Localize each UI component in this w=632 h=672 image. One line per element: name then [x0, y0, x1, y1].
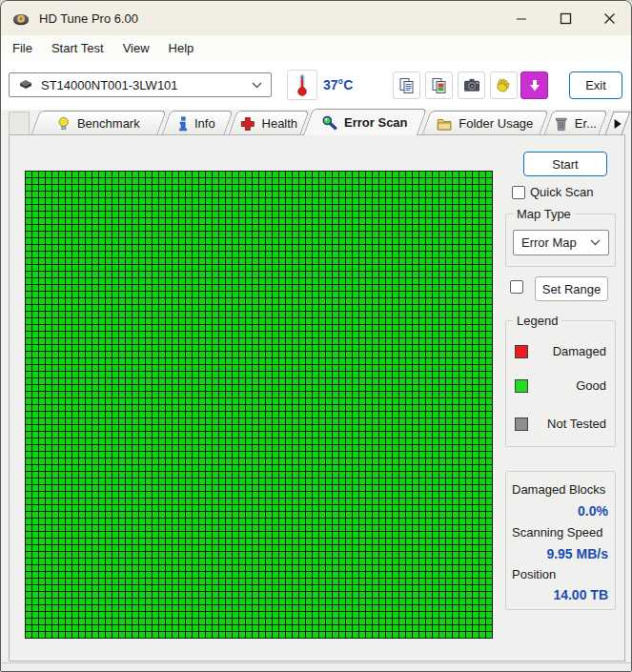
- good-swatch: [515, 379, 528, 393]
- toolbar: ST14000NT001-3LW101 37°C: [1, 60, 631, 110]
- map-type-title: Map Type: [513, 207, 575, 221]
- drive-selector-value: ST14000NT001-3LW101: [41, 78, 178, 92]
- tab-folder-usage[interactable]: Folder Usage: [421, 111, 548, 135]
- thermometer-icon: [296, 72, 309, 97]
- drive-selector[interactable]: ST14000NT001-3LW101: [9, 72, 272, 97]
- magnifier-icon: [322, 115, 337, 131]
- tab-stub: [9, 112, 30, 134]
- close-button[interactable]: [587, 1, 631, 35]
- screenshot-camera-icon: [463, 78, 480, 92]
- legend-groupbox: Legend Damaged Good Not Tested: [505, 320, 616, 447]
- menu-item-help[interactable]: Help: [159, 37, 204, 59]
- scanning-speed-label: Scanning Speed: [512, 525, 602, 540]
- not-tested-swatch: [515, 417, 528, 431]
- copy-text-icon: [398, 77, 416, 94]
- tab-benchmark-label: Benchmark: [77, 116, 140, 131]
- set-range-button[interactable]: Set Range: [535, 276, 608, 301]
- tab-folder-usage-label: Folder Usage: [459, 116, 533, 131]
- legend-item-not-tested: Not Tested: [515, 417, 606, 431]
- quick-scan-checkbox[interactable]: [512, 186, 525, 199]
- start-button[interactable]: Start: [523, 152, 607, 176]
- close-icon: [603, 12, 616, 25]
- tab-info[interactable]: Info: [161, 111, 233, 135]
- scan-map[interactable]: [25, 171, 493, 639]
- menu-item-start-test[interactable]: Start Test: [42, 37, 113, 59]
- scan-stats-box: Damaged Blocks 0.0% Scanning Speed 9.95 …: [505, 471, 616, 610]
- copy-image-icon: [431, 77, 448, 94]
- map-type-groupbox: Map Type Error Map: [505, 214, 616, 267]
- legend-good-label: Good: [528, 378, 606, 393]
- window-title: HD Tune Pro 6.00: [39, 11, 138, 26]
- hd-tune-window: HD Tune Pro 6.00 File Start Test View He…: [0, 0, 632, 672]
- tab-scroll-right-button[interactable]: [605, 112, 631, 134]
- trash-icon: [555, 116, 568, 132]
- app-icon: [12, 10, 30, 27]
- temperature-value: 37°C: [323, 77, 353, 92]
- copy-image-button[interactable]: [425, 71, 453, 99]
- tab-health[interactable]: Health: [228, 111, 309, 135]
- tab-error-scan[interactable]: Error Scan: [303, 109, 427, 135]
- menu-item-view[interactable]: View: [113, 37, 159, 59]
- chevron-down-icon: [252, 82, 262, 89]
- save-download-icon: [527, 78, 542, 93]
- position-label: Position: [512, 567, 556, 581]
- arrow-right-icon: [614, 119, 621, 129]
- damaged-blocks-label: Damaged Blocks: [512, 482, 605, 497]
- info-icon: [179, 116, 188, 132]
- health-cross-icon: [240, 116, 255, 132]
- tab-erase[interactable]: Er...: [543, 111, 607, 135]
- damaged-swatch: [515, 345, 528, 358]
- legend-not-tested-label: Not Tested: [528, 417, 606, 431]
- minimize-icon: [516, 12, 527, 24]
- save-button[interactable]: [520, 71, 548, 99]
- title-bar: HD Tune Pro 6.00: [1, 1, 631, 35]
- folder-icon: [437, 117, 452, 131]
- chevron-down-icon: [590, 239, 601, 246]
- position-value: 14.00 TB: [553, 587, 608, 602]
- minimize-button[interactable]: [499, 1, 543, 35]
- screenshot-button[interactable]: [458, 71, 485, 99]
- damaged-blocks-value: 0.0%: [578, 503, 608, 519]
- menu-item-file[interactable]: File: [3, 37, 42, 59]
- legend-title: Legend: [513, 314, 561, 328]
- hard-drive-icon: [18, 79, 33, 91]
- map-type-select[interactable]: Error Map: [513, 230, 609, 255]
- scanning-speed-value: 9.95 MB/s: [546, 546, 608, 561]
- quick-scan-label: Quick Scan: [530, 185, 593, 199]
- tab-error-scan-label: Error Scan: [344, 115, 407, 130]
- copy-text-button[interactable]: [393, 71, 420, 99]
- legend-item-damaged: Damaged: [515, 344, 606, 358]
- maximize-button[interactable]: [543, 1, 587, 35]
- maximize-icon: [560, 12, 572, 25]
- donate-hand-icon: [496, 77, 513, 94]
- tab-erase-label: Er...: [575, 116, 597, 131]
- menu-bar: File Start Test View Help: [1, 35, 631, 60]
- set-range-checkbox[interactable]: [510, 280, 523, 294]
- temperature-button[interactable]: [287, 70, 317, 100]
- error-scan-panel: Start Quick Scan Map Type Error Map Set …: [9, 134, 625, 662]
- tab-info-label: Info: [194, 116, 215, 131]
- legend-item-good: Good: [515, 378, 606, 393]
- donate-button[interactable]: [490, 71, 518, 99]
- map-type-selected-value: Error Map: [521, 235, 577, 250]
- legend-damaged-label: Damaged: [528, 344, 606, 358]
- exit-button[interactable]: Exit: [569, 71, 622, 99]
- tab-health-label: Health: [262, 116, 298, 131]
- lightbulb-icon: [57, 116, 71, 132]
- status-strip: [1, 662, 631, 671]
- tab-benchmark[interactable]: Benchmark: [31, 111, 166, 135]
